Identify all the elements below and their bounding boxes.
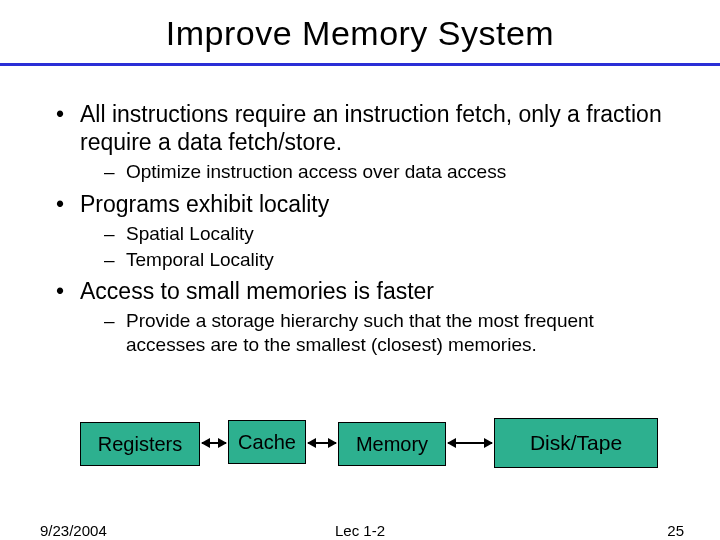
hierarchy-box-registers: Registers bbox=[80, 422, 200, 466]
footer-page-number: 25 bbox=[667, 522, 684, 539]
slide-body: All instructions require an instruction … bbox=[0, 66, 720, 357]
bullet-text: Programs exhibit locality bbox=[80, 191, 329, 217]
sub-bullet-item: Temporal Locality bbox=[98, 248, 670, 272]
bullet-item: Programs exhibit locality Spatial Locali… bbox=[50, 190, 670, 272]
double-arrow-icon bbox=[448, 442, 492, 444]
hierarchy-box-cache: Cache bbox=[228, 420, 306, 464]
sub-bullet-item: Provide a storage hierarchy such that th… bbox=[98, 309, 670, 357]
sub-bullet-item: Spatial Locality bbox=[98, 222, 670, 246]
bullet-item: All instructions require an instruction … bbox=[50, 100, 670, 184]
bullet-item: Access to small memories is faster Provi… bbox=[50, 277, 670, 357]
slide-title: Improve Memory System bbox=[0, 0, 720, 53]
sub-bullet-list: Provide a storage hierarchy such that th… bbox=[80, 309, 670, 357]
sub-bullet-list: Spatial Locality Temporal Locality bbox=[80, 222, 670, 272]
hierarchy-box-disk: Disk/Tape bbox=[494, 418, 658, 468]
footer-lecture: Lec 1-2 bbox=[0, 522, 720, 539]
bullet-text: Access to small memories is faster bbox=[80, 278, 434, 304]
double-arrow-icon bbox=[308, 442, 336, 444]
sub-bullet-item: Optimize instruction access over data ac… bbox=[98, 160, 670, 184]
slide: Improve Memory System All instructions r… bbox=[0, 0, 720, 540]
hierarchy-box-memory: Memory bbox=[338, 422, 446, 466]
bullet-text: All instructions require an instruction … bbox=[80, 101, 662, 155]
memory-hierarchy-diagram: Registers Cache Memory Disk/Tape bbox=[80, 418, 690, 478]
sub-bullet-list: Optimize instruction access over data ac… bbox=[80, 160, 670, 184]
double-arrow-icon bbox=[202, 442, 226, 444]
bullet-list: All instructions require an instruction … bbox=[50, 100, 670, 357]
